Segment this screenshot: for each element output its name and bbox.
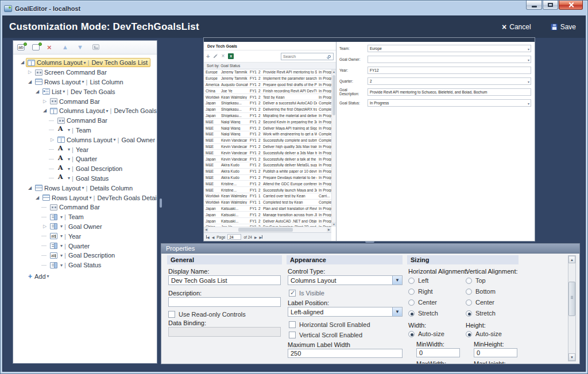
vertical-alignment-radio-top[interactable]: Top xyxy=(466,277,486,284)
tree-item[interactable]: ◢Rows Layout▾|DevTech Goals Details xyxy=(16,193,157,202)
add-node-button[interactable]: +Add▾ xyxy=(16,271,157,282)
dropdown-caret-icon[interactable]: ▾ xyxy=(60,253,63,258)
dropdown-caret-icon[interactable]: ▾ xyxy=(82,185,84,190)
move-up-button[interactable]: ▲ xyxy=(62,43,72,52)
minwidth-input[interactable] xyxy=(416,348,460,357)
dropdown-caret-icon[interactable]: ▾ xyxy=(60,233,63,239)
field-combobox[interactable]: In Progress▾ xyxy=(368,99,531,107)
scroll-up-icon[interactable]: ▲ xyxy=(568,256,575,263)
max-label-width-input[interactable] xyxy=(288,349,403,358)
tree-item[interactable]: ▾|Year xyxy=(16,231,157,241)
dropdown-caret-icon[interactable]: ▾ xyxy=(90,195,92,200)
tree-item[interactable]: ▾|Goal Status xyxy=(16,174,157,184)
edit-record-button[interactable] xyxy=(214,54,218,58)
tree-item[interactable]: ▾|Goal Status xyxy=(16,260,157,270)
tree-expander-icon[interactable]: ◢ xyxy=(34,88,41,95)
horizontal-alignment-radio-left[interactable]: Left xyxy=(408,277,428,284)
width-autosize-radio[interactable]: Auto-size xyxy=(408,330,444,337)
dropdown-caret-icon[interactable]: ▾ xyxy=(63,89,65,94)
scroll-thumb[interactable] xyxy=(568,282,575,316)
radio-icon[interactable] xyxy=(466,331,472,337)
previous-page-button[interactable]: ◀ xyxy=(212,235,215,239)
first-page-button[interactable]: ◀ xyxy=(206,235,210,239)
table-row[interactable]: WorldwideKean WalmsleyFY122Test by KeanI… xyxy=(204,94,331,100)
scroll-down-icon[interactable]: ▼ xyxy=(332,222,336,227)
minheight-input[interactable] xyxy=(474,348,517,357)
vertical-scroll-checkbox[interactable]: Vertical Scroll Enabled xyxy=(289,332,362,338)
tree-item[interactable]: ◢List▾|Dev Tech Goals xyxy=(16,87,157,96)
search-input[interactable] xyxy=(281,54,328,59)
field-combobox[interactable]: 2▾ xyxy=(368,77,531,85)
last-page-button[interactable]: ▶ xyxy=(260,235,263,239)
field-combobox[interactable]: ▾ xyxy=(368,56,531,63)
tree-item[interactable]: ▷Command Bar xyxy=(16,96,157,106)
height-autosize-radio[interactable]: Auto-size xyxy=(466,330,502,337)
dropdown-caret-icon[interactable]: ▾ xyxy=(60,263,63,268)
table-row[interactable]: M&EKevin VandecarFY122Successfully deliv… xyxy=(204,150,331,156)
display-name-input[interactable] xyxy=(168,275,281,285)
dropdown-caret-icon[interactable]: ▾ xyxy=(68,176,70,181)
tree-item[interactable]: ▾|Team xyxy=(16,212,157,222)
add-item-button[interactable] xyxy=(32,43,42,52)
dropdown-button[interactable]: ▼ xyxy=(392,307,402,316)
table-row[interactable]: M&EKristine...FY122Attend the GDC Europe… xyxy=(204,181,331,187)
dropdown-caret-icon[interactable]: ▾ xyxy=(528,58,529,62)
grid-vertical-scrollbar[interactable]: ▲ ▼ xyxy=(331,69,336,227)
tree-expander-icon[interactable]: ▷ xyxy=(49,137,56,143)
table-row[interactable]: JapanShigekasu...FY122Delivering the fir… xyxy=(204,107,331,113)
tree-item[interactable]: ▾|Quarter xyxy=(16,154,157,164)
minimize-button[interactable] xyxy=(526,1,542,10)
scroll-thumb[interactable] xyxy=(238,228,293,232)
horizontal-alignment-radio-center[interactable]: Center xyxy=(408,299,437,306)
horizontal-alignment-radio-stretch[interactable]: Stretch xyxy=(408,310,438,317)
table-row[interactable]: JapanKatsuaki...FY122Deliver AutoCAD .NE… xyxy=(204,218,331,224)
dropdown-caret-icon[interactable]: ▾ xyxy=(60,243,63,248)
tree-item[interactable]: ▾|Goal Description xyxy=(16,251,157,260)
delete-node-button[interactable]: × xyxy=(47,43,57,52)
control-type-combobox[interactable]: Columns Layout ▼ xyxy=(288,275,403,285)
table-row[interactable]: M&EAkira KudoFY122Successfully deliver M… xyxy=(204,162,331,169)
tree-expander-icon[interactable]: ◢ xyxy=(41,107,48,114)
table-row[interactable]: M&EKristine...FY122Successfully launch M… xyxy=(204,187,331,193)
radio-icon[interactable] xyxy=(408,310,415,317)
tree-item[interactable]: ◢Rows Layout▾|Details Column xyxy=(16,183,157,193)
radio-icon[interactable] xyxy=(408,331,415,337)
sort-by-bar[interactable]: Sort by: Goal Status xyxy=(204,63,336,69)
tree-expander-icon[interactable]: ▷ xyxy=(41,223,48,230)
table-row[interactable]: M&ENaiqi WangFY122Second Kevin in prepar… xyxy=(204,119,331,125)
table-row[interactable]: WorldwideKean WalmsleyFY111Completed tes… xyxy=(204,200,331,206)
properties-scrollbar[interactable]: ▲ ▼ xyxy=(568,255,576,361)
tree-item[interactable]: ◢Columns Layout▾|Dev Tech Goals List xyxy=(16,58,157,68)
table-row[interactable]: M&ENaiqi WangFY122Deliver Maya API train… xyxy=(204,125,331,131)
description-input[interactable] xyxy=(168,297,281,307)
dropdown-caret-icon[interactable]: ▾ xyxy=(84,60,86,65)
add-label-control-button[interactable]: ab xyxy=(17,43,27,52)
export-excel-button[interactable]: x xyxy=(228,53,234,59)
dropdown-caret-icon[interactable]: ▾ xyxy=(47,274,49,279)
next-page-button[interactable]: ▶ xyxy=(254,235,257,239)
vertical-splitter[interactable] xyxy=(160,198,162,208)
field-textbox[interactable]: Provide Revit API mentoring to Schueco, … xyxy=(368,88,531,96)
table-row[interactable]: JapanShigekasu...FY122Deliver a successf… xyxy=(204,100,331,107)
scroll-down-icon[interactable]: ▼ xyxy=(568,353,575,361)
table-row[interactable]: M&EAkira KudoFY122Publish a white paper … xyxy=(204,169,331,175)
dropdown-caret-icon[interactable]: ▾ xyxy=(82,79,84,84)
table-row[interactable]: JapanShigekasu...FY122Migrating the mate… xyxy=(204,113,331,119)
table-row[interactable]: JapanKatsuaki...FY122Plan and start tran… xyxy=(204,206,331,212)
use-readonly-controls-checkbox[interactable]: Use Read-only Controls xyxy=(168,311,246,318)
tree-item[interactable]: ▾|Goal Description xyxy=(16,164,157,174)
field-combobox[interactable]: Europe▾ xyxy=(368,45,531,52)
horizontal-alignment-radio-right[interactable]: Right xyxy=(408,288,433,295)
radio-icon[interactable] xyxy=(466,278,472,284)
tree-item[interactable]: Command Bar xyxy=(16,116,157,126)
dropdown-caret-icon[interactable]: ▾ xyxy=(528,47,529,51)
field-textbox[interactable]: FY12 xyxy=(368,67,531,74)
dropdown-caret-icon[interactable]: ▾ xyxy=(528,102,529,106)
tree-item[interactable]: ▾|Team xyxy=(16,126,157,135)
reset-button[interactable] xyxy=(92,43,102,52)
table-row[interactable]: EuropeJeremy TammikFY122Provide Revit AP… xyxy=(204,69,331,76)
vertical-alignment-radio-center[interactable]: Center xyxy=(466,299,494,306)
dropdown-caret-icon[interactable]: ▾ xyxy=(114,137,116,142)
tree-item[interactable]: ▾|Year xyxy=(16,145,157,154)
table-row[interactable]: ChinaJoe YeFY122Finish recording Revit A… xyxy=(204,88,331,94)
